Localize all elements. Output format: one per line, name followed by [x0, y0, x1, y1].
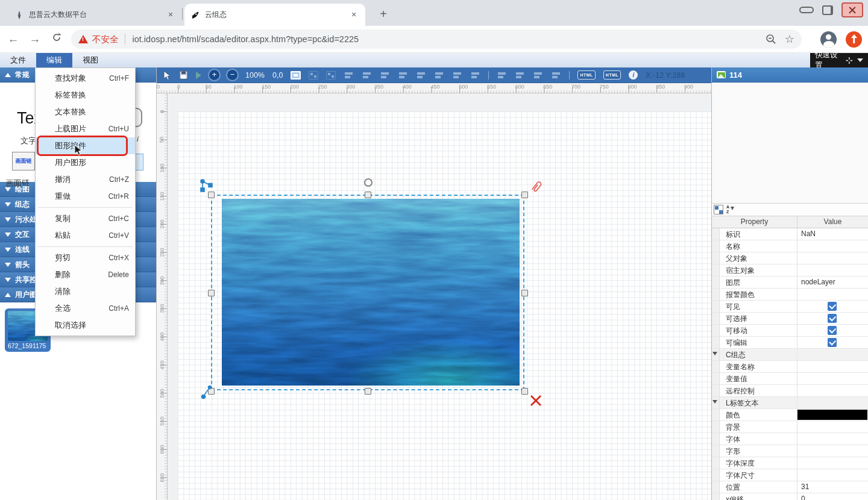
restore-button[interactable]: [822, 5, 833, 15]
rotate-handle[interactable]: [364, 178, 373, 187]
update-button[interactable]: [846, 31, 862, 48]
close-button[interactable]: [841, 2, 863, 17]
chevron-down-icon[interactable]: [857, 58, 863, 62]
align-middle-icon[interactable]: [416, 71, 426, 80]
minimize-button[interactable]: [799, 7, 814, 13]
panel-icon[interactable]: [291, 71, 301, 80]
property-row[interactable]: 字体深度: [712, 457, 868, 469]
send-back-icon[interactable]: [551, 71, 561, 80]
edit-menu-item[interactable]: 查找对象 Ctrl+F: [36, 70, 135, 87]
new-tab-button[interactable]: [375, 6, 392, 23]
property-row[interactable]: 可选择: [712, 313, 868, 325]
align-left-icon[interactable]: [344, 71, 354, 80]
property-value-cell[interactable]: [797, 385, 868, 396]
dock-layout-icon[interactable]: [846, 57, 853, 64]
select-cursor-icon[interactable]: [163, 70, 171, 80]
property-value-cell[interactable]: [797, 445, 868, 457]
property-row[interactable]: L标签文本: [712, 397, 868, 409]
property-value-cell[interactable]: [797, 373, 868, 384]
property-row[interactable]: 可编辑: [712, 337, 868, 349]
run-icon[interactable]: [196, 72, 201, 79]
menubar-item[interactable]: 视图: [72, 53, 108, 67]
align-center-icon[interactable]: [362, 71, 372, 80]
ocean-image-object[interactable]: [222, 199, 520, 386]
group-collapse-arrow[interactable]: [712, 352, 717, 355]
property-value-cell[interactable]: [797, 240, 868, 252]
property-row[interactable]: 字体: [712, 433, 868, 445]
forward-button[interactable]: [27, 31, 43, 48]
property-row[interactable]: 图层 nodeLayer: [712, 277, 868, 289]
group-icon[interactable]: [309, 71, 318, 80]
distribute-v-icon[interactable]: [515, 71, 525, 80]
property-value-cell[interactable]: NaN: [797, 228, 868, 240]
page-link-control-preview[interactable]: 画面链: [12, 152, 35, 170]
property-row[interactable]: 可见: [712, 301, 868, 313]
page-header[interactable]: 114: [712, 67, 868, 83]
property-value-cell[interactable]: 0: [797, 493, 868, 500]
group-collapse-arrow[interactable]: [712, 400, 717, 404]
paperclip-icon[interactable]: [530, 180, 543, 195]
property-value-cell[interactable]: [797, 252, 868, 264]
edit-menu-item[interactable]: 删除 Delete: [36, 266, 135, 283]
property-value-cell[interactable]: [797, 337, 868, 348]
connector-anchor-icon[interactable]: [200, 178, 215, 195]
checkbox-checked-icon[interactable]: [828, 302, 837, 311]
property-row[interactable]: 位置 31: [712, 481, 868, 493]
property-value-cell[interactable]: [797, 301, 868, 312]
edit-menu-item[interactable]: 标签替换: [36, 87, 135, 104]
property-row[interactable]: 变量值: [712, 373, 868, 385]
property-value-cell[interactable]: [797, 397, 868, 408]
zoom-out-icon[interactable]: [227, 70, 237, 80]
property-row[interactable]: 背景: [712, 421, 868, 433]
property-row[interactable]: 可移动: [712, 325, 868, 337]
edit-menu-item[interactable]: 重做 Ctrl+R: [36, 188, 135, 205]
property-row[interactable]: 宿主对象: [712, 264, 868, 277]
edit-menu-item[interactable]: 撤消 Ctrl+Z: [36, 171, 135, 188]
property-row[interactable]: 标识 NaN: [712, 228, 868, 240]
not-secure-label[interactable]: 不安全: [92, 34, 119, 45]
property-row[interactable]: x偏移 0: [712, 493, 868, 500]
property-row[interactable]: 字体尺寸: [712, 469, 868, 481]
edit-menu-item[interactable]: 剪切 Ctrl+X: [36, 249, 135, 266]
menubar-item[interactable]: 文件: [0, 53, 36, 67]
resize-handle-top-right[interactable]: [521, 192, 528, 198]
checkbox-checked-icon[interactable]: [828, 338, 837, 347]
property-row[interactable]: 字形: [712, 445, 868, 457]
alphabetical-sort-icon[interactable]: AZ: [726, 205, 735, 214]
property-value-cell[interactable]: [797, 361, 868, 372]
property-value-cell[interactable]: [797, 409, 868, 420]
edit-menu-item[interactable]: 全选 Ctrl+A: [36, 300, 135, 317]
property-row[interactable]: 名称: [712, 240, 868, 252]
property-value-cell[interactable]: [797, 457, 868, 469]
tab-scada-editor[interactable]: 云组态: [184, 4, 365, 26]
checkbox-checked-icon[interactable]: [828, 326, 837, 335]
property-value-cell[interactable]: [797, 289, 868, 300]
property-value-cell[interactable]: [797, 469, 868, 481]
distribute-h-icon[interactable]: [497, 71, 507, 80]
same-width-icon[interactable]: [452, 71, 462, 80]
tab-close-icon[interactable]: [165, 10, 176, 20]
tab-dashboard[interactable]: 思普云大数据平台: [8, 4, 182, 26]
edit-menu-item[interactable]: 上载图片 Ctrl+U: [36, 120, 135, 137]
profile-avatar[interactable]: [820, 31, 837, 48]
categorized-view-icon[interactable]: [714, 205, 723, 214]
property-row[interactable]: 颜色: [712, 409, 868, 421]
quick-settings-bar[interactable]: 快速设置: [810, 53, 868, 67]
edit-menu-item[interactable]: 粘贴 Ctrl+V: [36, 227, 135, 244]
resize-handle-bottom[interactable]: [365, 388, 371, 395]
edit-menu-item[interactable]: 文本替换: [36, 104, 135, 120]
property-row[interactable]: 远程控制: [712, 385, 868, 397]
delete-x-icon[interactable]: [530, 395, 542, 407]
align-bottom-icon[interactable]: [434, 71, 444, 80]
url-field[interactable]: 不安全 iot.idosp.net/html/scada/editor.aspx…: [71, 30, 802, 49]
bookmark-star-icon[interactable]: [785, 33, 794, 46]
back-button[interactable]: [5, 31, 22, 48]
property-row[interactable]: 父对象: [712, 252, 868, 264]
align-top-icon[interactable]: [398, 71, 408, 80]
design-canvas[interactable]: [168, 93, 711, 500]
save-icon[interactable]: [179, 70, 188, 80]
edit-menu-item[interactable]: 复制 Ctrl+C: [36, 210, 135, 227]
resize-handle-right[interactable]: [521, 290, 528, 296]
same-height-icon[interactable]: [470, 71, 480, 80]
checkbox-checked-icon[interactable]: [828, 314, 837, 323]
